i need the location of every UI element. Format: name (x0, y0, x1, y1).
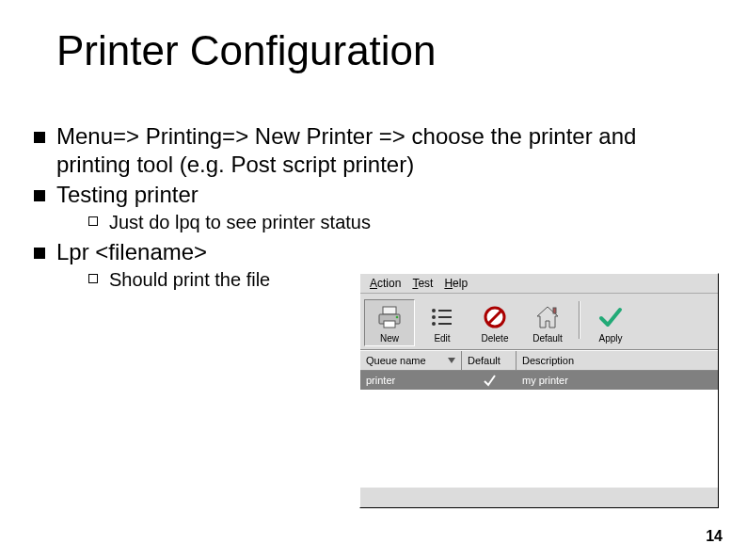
new-label: New (380, 333, 399, 344)
bullet-3-sub-1-text: Should print the file (109, 269, 270, 290)
bullet-3-text: Lpr <filename> (56, 239, 207, 264)
cell-queue: printer (360, 375, 462, 386)
toolbar-separator (579, 301, 580, 339)
svg-rect-9 (438, 323, 452, 325)
list-icon (429, 304, 455, 330)
svg-marker-14 (448, 358, 455, 363)
printer-icon (376, 304, 403, 330)
svg-point-8 (432, 322, 436, 326)
svg-rect-2 (384, 321, 395, 328)
menu-bar: Action Test Help (360, 274, 718, 294)
new-button[interactable]: New (364, 299, 415, 346)
printer-config-window: Action Test Help New (359, 273, 719, 508)
delete-label: Delete (482, 333, 509, 344)
check-icon (597, 304, 624, 330)
apply-label: Apply (598, 333, 622, 344)
col-desc-label: Description (522, 355, 574, 366)
apply-button[interactable]: Apply (585, 299, 636, 346)
svg-point-6 (432, 315, 436, 319)
svg-rect-7 (438, 316, 452, 318)
bullet-1-text: Menu=> Printing=> New Printer => choose … (56, 123, 636, 177)
col-queue-name[interactable]: Queue name (360, 351, 462, 370)
delete-button[interactable]: Delete (469, 299, 520, 346)
bullet-2-text: Testing printer (56, 182, 199, 207)
table-header: Queue name Default Description (360, 350, 718, 371)
default-label: Default (532, 333, 563, 344)
bullet-2-sub-1-text: Just do lpq to see printer status (109, 212, 371, 232)
slide-content: Menu=> Printing=> New Printer => choose … (28, 122, 706, 296)
cell-desc: my printer (517, 375, 718, 386)
svg-point-3 (396, 316, 399, 319)
sort-down-icon (448, 358, 455, 363)
edit-button[interactable]: Edit (417, 299, 468, 346)
home-icon (534, 304, 561, 330)
slide-title: Printer Configuration (56, 28, 437, 73)
table-body: printer my printer (360, 371, 718, 488)
col-default[interactable]: Default (462, 351, 517, 370)
table-row[interactable]: printer my printer (360, 371, 718, 390)
svg-rect-13 (553, 308, 556, 313)
svg-rect-0 (383, 307, 396, 314)
slide: Printer Configuration Menu=> Printing=> … (0, 0, 747, 560)
bullet-1: Menu=> Printing=> New Printer => choose … (28, 122, 706, 179)
edit-label: Edit (434, 333, 450, 344)
col-description[interactable]: Description (517, 351, 718, 370)
col-default-label: Default (468, 355, 501, 366)
col-queue-label: Queue name (366, 355, 426, 366)
menu-help[interactable]: Help (444, 277, 468, 290)
checkmark-icon (483, 374, 496, 387)
default-button[interactable]: Default (522, 299, 573, 346)
cell-default (462, 374, 517, 387)
page-number: 14 (706, 528, 723, 545)
svg-rect-5 (438, 310, 452, 312)
svg-point-4 (432, 309, 436, 312)
menu-action[interactable]: Action (370, 277, 401, 290)
delete-icon (482, 304, 508, 330)
bullet-2: Testing printer Just do lpq to see print… (28, 181, 706, 234)
menu-test[interactable]: Test (412, 277, 433, 290)
bullet-2-sub-1: Just do lpq to see printer status (85, 211, 706, 234)
toolbar: New Edit De (360, 294, 718, 350)
